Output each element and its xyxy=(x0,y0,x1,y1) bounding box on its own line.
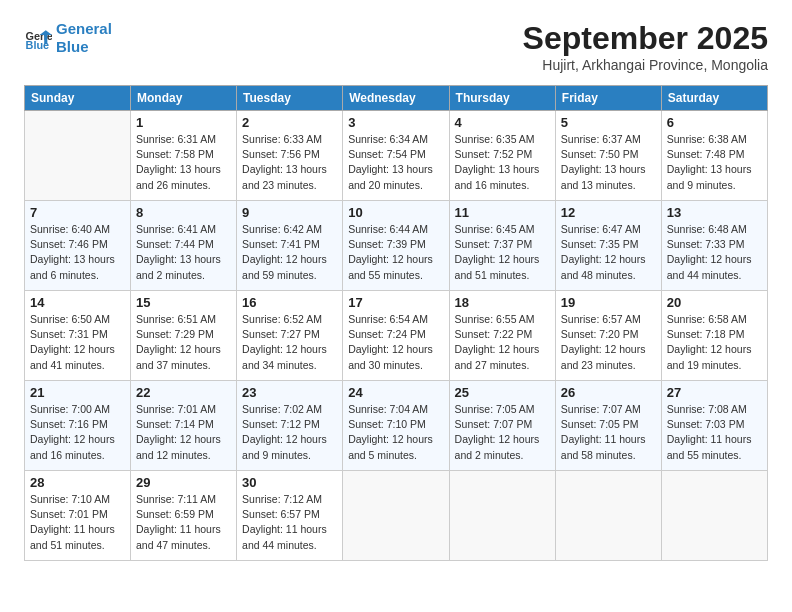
day-number: 16 xyxy=(242,295,337,310)
day-number: 21 xyxy=(30,385,125,400)
col-tuesday: Tuesday xyxy=(237,86,343,111)
logo: General Blue GeneralBlue xyxy=(24,20,112,56)
day-info: Sunrise: 6:41 AM Sunset: 7:44 PM Dayligh… xyxy=(136,222,231,283)
day-number: 22 xyxy=(136,385,231,400)
calendar-week-row: 1Sunrise: 6:31 AM Sunset: 7:58 PM Daylig… xyxy=(25,111,768,201)
day-number: 14 xyxy=(30,295,125,310)
calendar-cell: 17Sunrise: 6:54 AM Sunset: 7:24 PM Dayli… xyxy=(343,291,449,381)
day-info: Sunrise: 6:50 AM Sunset: 7:31 PM Dayligh… xyxy=(30,312,125,373)
calendar-cell: 7Sunrise: 6:40 AM Sunset: 7:46 PM Daylig… xyxy=(25,201,131,291)
day-number: 7 xyxy=(30,205,125,220)
day-info: Sunrise: 7:05 AM Sunset: 7:07 PM Dayligh… xyxy=(455,402,550,463)
calendar-cell: 13Sunrise: 6:48 AM Sunset: 7:33 PM Dayli… xyxy=(661,201,767,291)
day-number: 10 xyxy=(348,205,443,220)
day-info: Sunrise: 7:12 AM Sunset: 6:57 PM Dayligh… xyxy=(242,492,337,553)
calendar-cell: 12Sunrise: 6:47 AM Sunset: 7:35 PM Dayli… xyxy=(555,201,661,291)
day-number: 4 xyxy=(455,115,550,130)
day-info: Sunrise: 6:48 AM Sunset: 7:33 PM Dayligh… xyxy=(667,222,762,283)
day-number: 18 xyxy=(455,295,550,310)
col-sunday: Sunday xyxy=(25,86,131,111)
calendar-week-row: 14Sunrise: 6:50 AM Sunset: 7:31 PM Dayli… xyxy=(25,291,768,381)
day-info: Sunrise: 7:08 AM Sunset: 7:03 PM Dayligh… xyxy=(667,402,762,463)
calendar-cell: 3Sunrise: 6:34 AM Sunset: 7:54 PM Daylig… xyxy=(343,111,449,201)
calendar-cell: 8Sunrise: 6:41 AM Sunset: 7:44 PM Daylig… xyxy=(131,201,237,291)
day-number: 11 xyxy=(455,205,550,220)
day-number: 26 xyxy=(561,385,656,400)
day-number: 5 xyxy=(561,115,656,130)
col-wednesday: Wednesday xyxy=(343,86,449,111)
day-info: Sunrise: 6:52 AM Sunset: 7:27 PM Dayligh… xyxy=(242,312,337,373)
calendar-cell: 25Sunrise: 7:05 AM Sunset: 7:07 PM Dayli… xyxy=(449,381,555,471)
header: General Blue GeneralBlue September 2025 … xyxy=(24,20,768,73)
day-number: 27 xyxy=(667,385,762,400)
calendar-cell: 20Sunrise: 6:58 AM Sunset: 7:18 PM Dayli… xyxy=(661,291,767,381)
month-title: September 2025 xyxy=(523,20,768,57)
day-number: 2 xyxy=(242,115,337,130)
day-info: Sunrise: 6:55 AM Sunset: 7:22 PM Dayligh… xyxy=(455,312,550,373)
calendar-cell xyxy=(555,471,661,561)
day-number: 17 xyxy=(348,295,443,310)
day-info: Sunrise: 7:07 AM Sunset: 7:05 PM Dayligh… xyxy=(561,402,656,463)
calendar-cell xyxy=(25,111,131,201)
day-info: Sunrise: 7:01 AM Sunset: 7:14 PM Dayligh… xyxy=(136,402,231,463)
calendar-cell: 16Sunrise: 6:52 AM Sunset: 7:27 PM Dayli… xyxy=(237,291,343,381)
day-info: Sunrise: 6:42 AM Sunset: 7:41 PM Dayligh… xyxy=(242,222,337,283)
calendar-cell: 23Sunrise: 7:02 AM Sunset: 7:12 PM Dayli… xyxy=(237,381,343,471)
calendar-cell: 4Sunrise: 6:35 AM Sunset: 7:52 PM Daylig… xyxy=(449,111,555,201)
calendar-cell: 2Sunrise: 6:33 AM Sunset: 7:56 PM Daylig… xyxy=(237,111,343,201)
day-info: Sunrise: 6:37 AM Sunset: 7:50 PM Dayligh… xyxy=(561,132,656,193)
calendar-cell: 30Sunrise: 7:12 AM Sunset: 6:57 PM Dayli… xyxy=(237,471,343,561)
col-friday: Friday xyxy=(555,86,661,111)
calendar-table: Sunday Monday Tuesday Wednesday Thursday… xyxy=(24,85,768,561)
day-number: 8 xyxy=(136,205,231,220)
calendar-cell xyxy=(449,471,555,561)
day-number: 23 xyxy=(242,385,337,400)
day-info: Sunrise: 6:31 AM Sunset: 7:58 PM Dayligh… xyxy=(136,132,231,193)
location-subtitle: Hujirt, Arkhangai Province, Mongolia xyxy=(523,57,768,73)
day-info: Sunrise: 6:47 AM Sunset: 7:35 PM Dayligh… xyxy=(561,222,656,283)
day-number: 28 xyxy=(30,475,125,490)
day-info: Sunrise: 7:10 AM Sunset: 7:01 PM Dayligh… xyxy=(30,492,125,553)
calendar-cell: 15Sunrise: 6:51 AM Sunset: 7:29 PM Dayli… xyxy=(131,291,237,381)
day-number: 12 xyxy=(561,205,656,220)
calendar-cell xyxy=(343,471,449,561)
day-info: Sunrise: 6:54 AM Sunset: 7:24 PM Dayligh… xyxy=(348,312,443,373)
calendar-cell: 1Sunrise: 6:31 AM Sunset: 7:58 PM Daylig… xyxy=(131,111,237,201)
day-number: 20 xyxy=(667,295,762,310)
day-number: 15 xyxy=(136,295,231,310)
day-info: Sunrise: 6:34 AM Sunset: 7:54 PM Dayligh… xyxy=(348,132,443,193)
calendar-cell: 9Sunrise: 6:42 AM Sunset: 7:41 PM Daylig… xyxy=(237,201,343,291)
calendar-cell: 14Sunrise: 6:50 AM Sunset: 7:31 PM Dayli… xyxy=(25,291,131,381)
calendar-cell: 21Sunrise: 7:00 AM Sunset: 7:16 PM Dayli… xyxy=(25,381,131,471)
calendar-cell: 19Sunrise: 6:57 AM Sunset: 7:20 PM Dayli… xyxy=(555,291,661,381)
day-info: Sunrise: 7:04 AM Sunset: 7:10 PM Dayligh… xyxy=(348,402,443,463)
logo-icon: General Blue xyxy=(24,24,52,52)
calendar-header-row: Sunday Monday Tuesday Wednesday Thursday… xyxy=(25,86,768,111)
col-monday: Monday xyxy=(131,86,237,111)
col-saturday: Saturday xyxy=(661,86,767,111)
calendar-cell: 22Sunrise: 7:01 AM Sunset: 7:14 PM Dayli… xyxy=(131,381,237,471)
calendar-week-row: 28Sunrise: 7:10 AM Sunset: 7:01 PM Dayli… xyxy=(25,471,768,561)
day-info: Sunrise: 7:00 AM Sunset: 7:16 PM Dayligh… xyxy=(30,402,125,463)
calendar-cell: 26Sunrise: 7:07 AM Sunset: 7:05 PM Dayli… xyxy=(555,381,661,471)
day-info: Sunrise: 7:02 AM Sunset: 7:12 PM Dayligh… xyxy=(242,402,337,463)
day-info: Sunrise: 6:58 AM Sunset: 7:18 PM Dayligh… xyxy=(667,312,762,373)
calendar-week-row: 7Sunrise: 6:40 AM Sunset: 7:46 PM Daylig… xyxy=(25,201,768,291)
calendar-cell: 29Sunrise: 7:11 AM Sunset: 6:59 PM Dayli… xyxy=(131,471,237,561)
calendar-cell: 24Sunrise: 7:04 AM Sunset: 7:10 PM Dayli… xyxy=(343,381,449,471)
day-number: 19 xyxy=(561,295,656,310)
calendar-cell: 6Sunrise: 6:38 AM Sunset: 7:48 PM Daylig… xyxy=(661,111,767,201)
day-number: 1 xyxy=(136,115,231,130)
calendar-cell: 10Sunrise: 6:44 AM Sunset: 7:39 PM Dayli… xyxy=(343,201,449,291)
day-number: 25 xyxy=(455,385,550,400)
calendar-cell: 27Sunrise: 7:08 AM Sunset: 7:03 PM Dayli… xyxy=(661,381,767,471)
day-info: Sunrise: 6:33 AM Sunset: 7:56 PM Dayligh… xyxy=(242,132,337,193)
calendar-cell xyxy=(661,471,767,561)
calendar-cell: 11Sunrise: 6:45 AM Sunset: 7:37 PM Dayli… xyxy=(449,201,555,291)
day-number: 30 xyxy=(242,475,337,490)
calendar-week-row: 21Sunrise: 7:00 AM Sunset: 7:16 PM Dayli… xyxy=(25,381,768,471)
day-number: 24 xyxy=(348,385,443,400)
day-info: Sunrise: 6:45 AM Sunset: 7:37 PM Dayligh… xyxy=(455,222,550,283)
title-area: September 2025 Hujirt, Arkhangai Provinc… xyxy=(523,20,768,73)
logo-text: GeneralBlue xyxy=(56,20,112,56)
